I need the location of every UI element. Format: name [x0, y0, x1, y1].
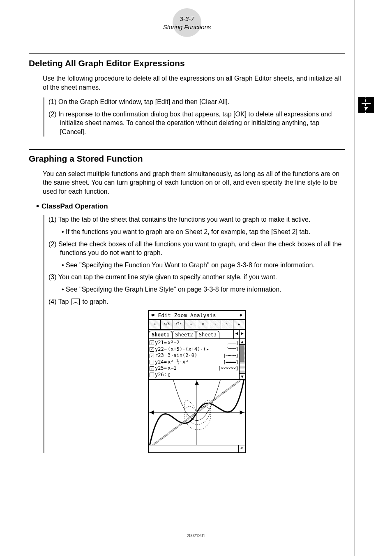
page-header: 3-3-7 Storing Functions	[29, 8, 345, 37]
scroll-up-icon[interactable]: ▲	[240, 339, 245, 345]
step-b2-sub: • See "Specifying the Function You Want …	[48, 261, 345, 270]
section-b-title: Graphing a Stored Function	[29, 154, 345, 164]
app-menubar: ❤ Edit Zoom Analysis ♦	[149, 311, 245, 320]
func-checkbox[interactable]	[150, 360, 154, 364]
line-style-swatch[interactable]: [━━━]	[226, 346, 238, 352]
step-b4: (4) Tap to graph.	[48, 297, 345, 306]
tool-window-icon[interactable]: ⧈	[185, 320, 197, 329]
tool-trace-icon[interactable]: ⤳	[209, 320, 221, 329]
device-screenshot: ❤ Edit Zoom Analysis ♦ ⌨ a/b Y1: ⧈ ⧉ ⤳ ∿…	[148, 310, 246, 453]
func-expression[interactable]: x−1	[168, 365, 216, 372]
func-row: y26:▯	[150, 372, 238, 378]
step-b2: (2) Select the check boxes of all the fu…	[48, 240, 345, 257]
section-a-title: Deleting All Graph Editor Expressions	[29, 58, 345, 68]
section-a-intro: Use the following procedure to delete al…	[43, 74, 345, 92]
footer-code: 20021201	[0, 533, 392, 538]
line-style-swatch[interactable]: [———]	[226, 340, 238, 346]
graph-icon	[71, 299, 80, 305]
line-style-swatch[interactable]: [▬▬▬▬]	[223, 359, 238, 365]
classpad-op-heading: ClassPad Operation	[36, 202, 345, 211]
func-checkbox[interactable]: ✓	[150, 354, 154, 358]
func-expression[interactable]: x²−⅔·x³	[168, 359, 221, 366]
func-row: ✓y25=x−1[××××××]	[150, 365, 238, 372]
func-label: y21=	[155, 340, 167, 346]
func-label: y22=	[155, 346, 167, 353]
func-label: y26:	[155, 372, 167, 378]
tool-fraction-icon[interactable]: a/b	[161, 320, 173, 329]
func-expression[interactable]: ▯	[168, 372, 236, 378]
app-toolbar: ⌨ a/b Y1: ⧈ ⧉ ⤳ ∿ ▶	[149, 320, 245, 330]
tool-keyboard-icon[interactable]: ⌨	[149, 320, 161, 329]
step-a2: (2) In response to the confirmation dial…	[48, 110, 345, 137]
tab-scroll-left-icon[interactable]: ◀	[233, 330, 239, 338]
func-label: y24=	[155, 359, 167, 366]
status-bar-row: ⇵	[149, 445, 245, 452]
func-checkbox[interactable]: ✓	[150, 366, 154, 371]
func-checkbox[interactable]	[150, 373, 154, 377]
tab-scroll-right-icon[interactable]: ▶	[239, 330, 245, 338]
tab-sheet3[interactable]: Sheet3	[196, 331, 219, 338]
step-b3-sub: • See "Specifying the Graph Line Style" …	[48, 285, 345, 294]
menu-analysis[interactable]: Analysis	[190, 312, 216, 318]
menu-zoom[interactable]: Zoom	[174, 312, 187, 318]
step-b1: (1) Tap the tab of the sheet that contai…	[48, 215, 345, 224]
svg-marker-3	[240, 410, 244, 415]
divider	[29, 53, 345, 54]
section-b-intro: You can select multiple functions and gr…	[43, 169, 345, 196]
section-b-steps: (1) Tap the tab of the sheet that contai…	[43, 215, 345, 453]
section-a-steps: (1) On the Graph Editor window, tap [Edi…	[43, 97, 345, 136]
svg-marker-4	[150, 410, 154, 415]
menu-edit[interactable]: Edit	[158, 312, 171, 318]
func-row: ✓y21=x²−2[———]	[150, 340, 238, 346]
function-list-pane: ✓y21=x²−2[———]✓y22=(x+5)·(x+4)·(▸[━━━]✓r…	[149, 339, 245, 379]
app-logo-icon: ❤	[151, 312, 154, 318]
func-label: y25=	[155, 365, 167, 372]
tool-more-icon[interactable]: ▶	[233, 320, 245, 329]
step-b3: (3) You can tap the current line style g…	[48, 273, 345, 282]
step-b4-suffix: to graph.	[81, 298, 108, 305]
func-row: y24=x²−⅔·x³[▬▬▬▬]	[150, 359, 238, 366]
step-b1-sub: • If the functions you want to graph are…	[48, 227, 345, 236]
crop-mark-badge	[358, 97, 374, 113]
func-expression[interactable]: 3·sin(2·θ)	[168, 352, 221, 359]
tool-zoom-icon[interactable]: ⧉	[197, 320, 209, 329]
scrollbar[interactable]: ▲ ▼	[239, 339, 245, 379]
func-checkbox[interactable]: ✓	[150, 341, 154, 345]
step-b4-prefix: (4) Tap	[48, 298, 71, 305]
graph-viewport[interactable]	[149, 379, 245, 445]
scroll-track[interactable]	[240, 345, 245, 373]
status-bar	[149, 445, 238, 452]
func-row: ✓r23=3·sin(2·θ)[┄┄┄┄]	[150, 352, 238, 359]
graph-svg	[149, 380, 245, 445]
tool-yvars-icon[interactable]: Y1:	[173, 320, 185, 329]
line-style-swatch[interactable]: [┄┄┄┄]	[223, 353, 238, 359]
svg-marker-2	[195, 381, 199, 385]
func-expression[interactable]: x²−2	[168, 340, 223, 346]
tab-sheet2[interactable]: Sheet2	[172, 331, 196, 338]
func-row: ✓y22=(x+5)·(x+4)·(▸[━━━]	[150, 346, 238, 353]
status-toggle-icon[interactable]: ⇵	[238, 445, 245, 452]
scroll-down-icon[interactable]: ▼	[240, 373, 245, 379]
divider	[29, 149, 345, 150]
tab-sheet1[interactable]: Sheet1	[149, 331, 172, 338]
sheet-tabs: Sheet1 Sheet2 Sheet3 ◀ ▶	[149, 330, 245, 339]
func-checkbox[interactable]: ✓	[150, 347, 154, 352]
func-expression[interactable]: (x+5)·(x+4)·(▸	[168, 346, 223, 353]
menu-more-icon[interactable]: ♦	[239, 312, 242, 318]
page-section: Storing Functions	[29, 23, 345, 31]
page-ref: 3-3-7	[29, 15, 345, 23]
line-style-swatch[interactable]: [××××××]	[218, 366, 238, 371]
scroll-thumb[interactable]	[240, 345, 244, 362]
step-a1: (1) On the Graph Editor window, tap [Edi…	[48, 97, 345, 107]
tool-graph-icon[interactable]: ∿	[221, 320, 233, 329]
func-label: r23=	[155, 352, 167, 359]
